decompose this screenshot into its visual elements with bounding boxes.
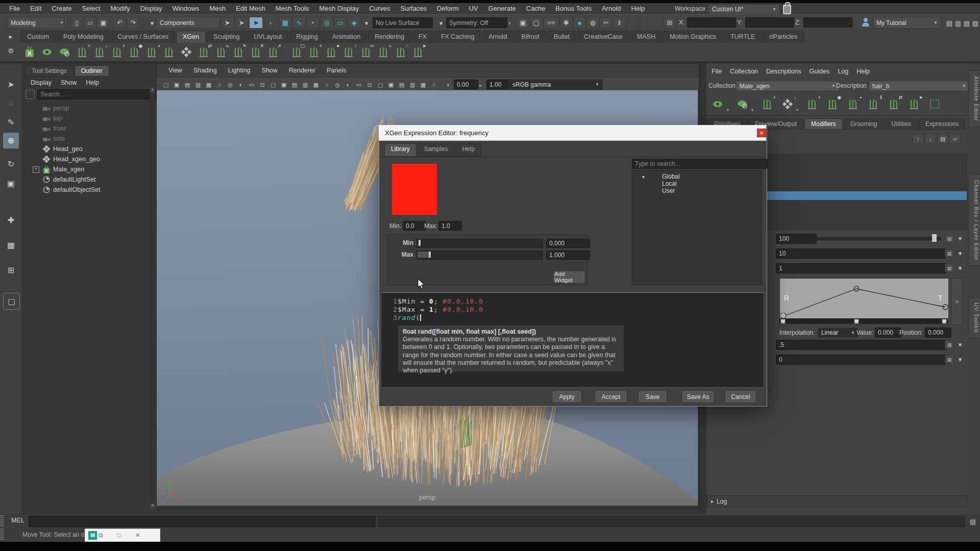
attr-field[interactable]: 1: [776, 263, 946, 273]
outliner-item-head_geo[interactable]: Head_geo: [22, 144, 156, 154]
groom-noise-icon[interactable]: ≈: [376, 44, 391, 60]
outliner-menu-display[interactable]: Display: [26, 77, 56, 87]
split-guide-icon[interactable]: ‖: [865, 95, 882, 113]
slider-handle[interactable]: [932, 234, 937, 242]
maya-app-icon[interactable]: M: [88, 531, 97, 540]
film-gate-icon[interactable]: ◐: [236, 80, 246, 90]
snap-point-icon[interactable]: •: [306, 17, 320, 29]
panel-menu-lighting[interactable]: Lighting: [223, 65, 256, 76]
xgen-tab-expressions[interactable]: Expressions: [919, 118, 965, 130]
menu-create[interactable]: Create: [46, 3, 77, 14]
dialog-close-button[interactable]: ✕: [757, 129, 766, 137]
attr-field[interactable]: .5: [776, 340, 946, 350]
snap-view-plane-icon[interactable]: ▭: [334, 17, 347, 29]
outliner-item-head_xgen_geo[interactable]: Head_xgen_geo: [22, 154, 156, 164]
outliner-item-front[interactable]: front: [22, 123, 156, 134]
menu-surfaces[interactable]: Surfaces: [396, 3, 432, 14]
select-guides-icon[interactable]: ➤: [905, 95, 923, 113]
open-render-view-icon[interactable]: ▣: [517, 17, 529, 29]
curve-value-field[interactable]: 0.000: [875, 328, 901, 338]
pane-layouts-icon[interactable]: ⊞: [3, 262, 19, 278]
expression-code-editor[interactable]: 1 $Min = 0; #0.0,10.02 $Max = 1; #0.0,10…: [381, 292, 764, 388]
two-d-pan-zoom-icon[interactable]: ○: [214, 80, 225, 90]
select-tool-icon[interactable]: ➤: [3, 77, 19, 92]
field-chart-icon[interactable]: ▢: [268, 80, 278, 90]
open-scene-icon[interactable]: ▱: [84, 17, 96, 29]
mel-input[interactable]: [29, 516, 376, 527]
primitive-display-toggle-icon[interactable]: ▾: [734, 95, 751, 113]
expand-icon[interactable]: +: [33, 166, 39, 173]
menu-arnold[interactable]: Arnold: [597, 3, 626, 14]
panel-menu-shading[interactable]: Shading: [188, 65, 223, 76]
collection-dropdown[interactable]: Male_xgen▼: [736, 81, 839, 91]
xgen-menu-log[interactable]: Log: [834, 67, 852, 77]
shelf-tab-arnold[interactable]: Arnold: [482, 31, 513, 43]
lock-preview-icon[interactable]: ▪: [144, 44, 159, 60]
render-settings-icon[interactable]: ✱: [560, 17, 573, 29]
ramp-key-icon[interactable]: [854, 319, 859, 324]
xgen-editor-icon[interactable]: X: [22, 44, 38, 60]
cancel-button[interactable]: Cancel: [726, 391, 755, 402]
shadows-icon[interactable]: ◎: [332, 80, 342, 90]
frame-selection-icon[interactable]: ▦: [311, 80, 321, 90]
panel-menu-renderer[interactable]: Renderer: [283, 65, 321, 76]
widget-value-field[interactable]: 1.000: [546, 251, 590, 260]
menu-edit[interactable]: Edit: [25, 3, 46, 14]
exposure-field[interactable]: 0.00: [454, 80, 478, 89]
transfer-guides-icon[interactable]: ⇄: [885, 95, 902, 113]
create-description-icon[interactable]: +: [758, 95, 776, 113]
menu-display[interactable]: Display: [135, 3, 167, 14]
xgen-menu-help[interactable]: Help: [852, 67, 874, 77]
slider-handle[interactable]: [429, 252, 431, 258]
shelf-tab-rendering[interactable]: Rendering: [368, 31, 411, 43]
widget-value-field[interactable]: 0.000: [546, 239, 590, 248]
isolate-select-icon[interactable]: ▣: [386, 80, 396, 90]
guide-comb-icon[interactable]: ∿: [213, 44, 229, 60]
sidebar-tab-uv-toolkit[interactable]: UV Toolkit: [968, 297, 980, 338]
shelf-tab-animation[interactable]: Animation: [326, 31, 368, 43]
attr-options-caret-icon[interactable]: ▾: [955, 340, 965, 349]
add-widget-button[interactable]: Add Widget: [554, 271, 584, 283]
description-dropdown[interactable]: hair_b▼: [869, 81, 970, 91]
attr-options-caret-icon[interactable]: ▾: [955, 234, 965, 243]
select-object-icon[interactable]: ➤: [235, 17, 249, 29]
guide-visibility-icon[interactable]: ◉: [824, 95, 841, 113]
motion-blur-icon[interactable]: ▭: [354, 80, 364, 90]
dialog-tab-help[interactable]: Help: [455, 143, 481, 157]
groom-add-modifier-icon[interactable]: +: [306, 44, 322, 60]
ramp-key-icon[interactable]: [942, 319, 947, 324]
group-expand-icon[interactable]: ›: [267, 17, 274, 29]
dialog-title-bar[interactable]: XGen Expression Editor: frequency: [379, 125, 766, 141]
groom-clump-icon[interactable]: ∴: [393, 44, 408, 60]
camera-attributes-icon[interactable]: ▤: [182, 80, 192, 90]
textured-icon[interactable]: ▦: [418, 80, 428, 90]
menu-edit-mesh[interactable]: Edit Mesh: [231, 3, 271, 14]
xgen-tab-grooming[interactable]: Grooming: [844, 118, 884, 130]
panel-menu-panels[interactable]: Panels: [321, 65, 352, 76]
panel-menu-show[interactable]: Show: [256, 65, 283, 76]
make-live-icon[interactable]: ◈: [348, 17, 361, 29]
attr-field[interactable]: 100: [776, 234, 817, 244]
channel-box-toggle-icon[interactable]: ▧: [963, 17, 971, 29]
menu-deform[interactable]: Deform: [432, 3, 464, 14]
shelf-tab-menu-icon[interactable]: ▸: [6, 32, 15, 41]
sidebar-tab-channel-box-layer-editor[interactable]: Channel Box / Layer Editor: [968, 174, 980, 266]
tool-settings-toggle-icon[interactable]: ▥: [954, 17, 962, 29]
snap-options-caret-icon[interactable]: ▾: [363, 19, 370, 27]
accept-button[interactable]: Accept: [596, 391, 626, 402]
lock-camera-icon[interactable]: ▣: [172, 80, 182, 90]
outliner-item-side[interactable]: side: [22, 134, 156, 144]
lighting-icon[interactable]: ○: [322, 80, 332, 90]
save-button[interactable]: Save: [639, 391, 666, 402]
menu-modify[interactable]: Modify: [106, 3, 135, 14]
restore-window-icon[interactable]: ⧉: [99, 532, 103, 539]
image-plane-icon[interactable]: ▦: [204, 80, 214, 90]
redo-icon[interactable]: ↷: [127, 17, 139, 29]
shelf-tab-rigging[interactable]: Rigging: [289, 31, 324, 43]
exposure-icon[interactable]: ◑: [443, 80, 453, 90]
export-patches-icon[interactable]: ↓▾: [779, 95, 796, 113]
shelf-tab-creativecase[interactable]: CreativeCase: [577, 31, 629, 43]
menu-uv[interactable]: UV: [463, 3, 483, 14]
xgen-preview-refresh-icon[interactable]: [40, 44, 55, 60]
gamma-field[interactable]: 1.00: [486, 80, 511, 89]
